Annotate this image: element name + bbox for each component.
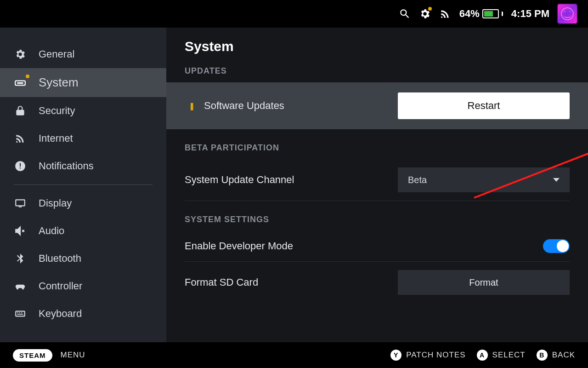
section-beta: BETA PARTICIPATION (185, 143, 570, 153)
sidebar-item-label: Audio (39, 225, 64, 237)
sidebar-divider (14, 184, 153, 185)
warning-icon: ❚ (188, 102, 195, 110)
gamepad-icon (14, 280, 27, 293)
restart-button[interactable]: Restart (398, 92, 570, 119)
battery-percent: 64% (459, 8, 480, 20)
notification-dot-icon (428, 7, 432, 11)
sidebar-item-label: Internet (39, 132, 73, 144)
sidebar-item-controller[interactable]: Controller (0, 272, 166, 300)
software-updates-row[interactable]: ❚ Software Updates Restart (166, 82, 588, 129)
software-updates-label: Software Updates (204, 100, 284, 112)
svg-rect-4 (20, 167, 21, 168)
sidebar-item-label: Display (39, 197, 72, 209)
sidebar-item-bluetooth[interactable]: Bluetooth (0, 245, 166, 272)
gear-icon (14, 48, 27, 61)
clock: 4:15 PM (511, 8, 549, 20)
dev-mode-label: Enable Developer Mode (185, 240, 293, 252)
sidebar-item-security[interactable]: Security (0, 97, 166, 125)
y-label: PATCH NOTES (406, 351, 465, 360)
main-content: System UPDATES ❚ Software Updates Restar… (166, 28, 588, 342)
svg-rect-7 (16, 311, 25, 316)
section-settings: SYSTEM SETTINGS (185, 215, 570, 224)
sidebar-item-label: Controller (39, 280, 82, 292)
page-title: System (185, 39, 570, 54)
lock-icon (14, 104, 27, 117)
format-sd-label: Format SD Card (185, 276, 258, 288)
sidebar-item-label: Keyboard (39, 308, 82, 320)
sidebar-item-label: Notifications (39, 160, 94, 172)
sidebar-item-display[interactable]: Display (0, 190, 166, 217)
svg-rect-3 (20, 163, 21, 167)
channel-dropdown[interactable]: Beta (398, 167, 570, 192)
svg-rect-5 (16, 200, 25, 206)
notification-dot-icon (26, 75, 29, 78)
sidebar-item-internet[interactable]: Internet (0, 125, 166, 152)
sidebar: General System Security Internet Notific… (0, 28, 166, 342)
steam-button[interactable]: STEAM (13, 349, 52, 362)
wifi-icon (14, 132, 27, 145)
patch-notes-button[interactable]: Y PATCH NOTES (390, 350, 465, 361)
channel-label: System Update Channel (185, 174, 294, 186)
svg-rect-6 (19, 207, 22, 207)
sidebar-item-audio[interactable]: Audio (0, 217, 166, 245)
battery-indicator: 64% (459, 8, 503, 20)
menu-label: MENU (61, 351, 85, 360)
y-glyph-icon: Y (390, 350, 401, 361)
sidebar-item-notifications[interactable]: Notifications (0, 152, 166, 180)
battery-icon (482, 9, 499, 18)
chevron-down-icon (553, 178, 560, 182)
a-glyph-icon: A (477, 350, 488, 361)
sidebar-item-label: System (39, 75, 79, 90)
channel-value: Beta (408, 175, 427, 185)
alert-icon (14, 160, 27, 172)
bottom-bar: STEAM MENU Y PATCH NOTES A SELECT B BACK (0, 342, 588, 368)
display-icon (14, 197, 27, 210)
top-bar: 64% 4:15 PM (0, 0, 588, 28)
b-label: BACK (552, 351, 575, 360)
deck-icon (14, 76, 27, 89)
sidebar-item-label: General (39, 48, 74, 60)
b-glyph-icon: B (537, 350, 548, 361)
sidebar-item-keyboard[interactable]: Keyboard (0, 300, 166, 328)
dev-mode-toggle[interactable] (543, 239, 570, 253)
sidebar-item-general[interactable]: General (0, 40, 166, 68)
sidebar-item-label: Security (39, 105, 75, 117)
a-label: SELECT (492, 351, 526, 360)
search-icon[interactable] (399, 8, 411, 20)
svg-rect-1 (17, 82, 23, 83)
sidebar-item-label: Bluetooth (39, 253, 81, 264)
mute-icon (14, 224, 27, 237)
section-updates: UPDATES (185, 66, 570, 76)
keyboard-icon (14, 307, 27, 320)
settings-icon[interactable] (419, 8, 431, 20)
back-button[interactable]: B BACK (537, 350, 575, 361)
bluetooth-icon (14, 252, 27, 265)
avatar[interactable] (558, 4, 577, 23)
select-button[interactable]: A SELECT (477, 350, 526, 361)
network-icon[interactable] (439, 8, 451, 20)
sidebar-item-system[interactable]: System (0, 68, 166, 97)
format-button[interactable]: Format (398, 270, 570, 295)
